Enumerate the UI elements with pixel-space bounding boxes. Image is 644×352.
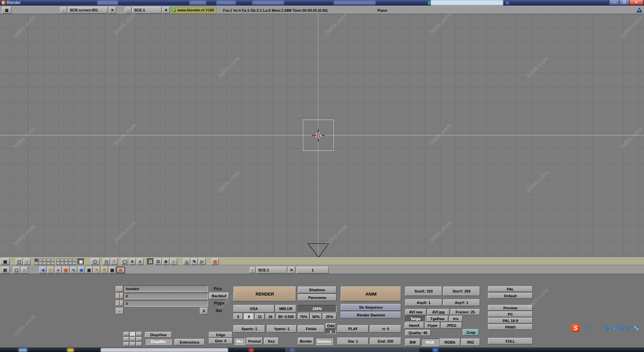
ftype-toggle-b[interactable] (120, 300, 123, 306)
scene-browse-button[interactable]: - (125, 7, 131, 13)
layer-buttons[interactable] (35, 259, 54, 265)
windows-taskbar[interactable] (0, 348, 644, 352)
material-buttons-icon[interactable]: ● (55, 267, 62, 273)
home-view-icon[interactable]: ⌂ (23, 258, 31, 265)
osa-11-button[interactable]: 11 (255, 313, 265, 320)
lamp-buttons-icon[interactable]: ☀ (47, 267, 54, 273)
texture-buttons-icon[interactable]: ▩ (62, 267, 69, 273)
sizex-field[interactable]: SizeX: 320 (405, 287, 442, 296)
ime-menu-icon[interactable] (634, 326, 638, 330)
panorama-toggle[interactable]: Panorama (298, 294, 336, 301)
default-preset-button[interactable]: Default (488, 293, 533, 299)
rgb-toggle[interactable]: RGB (421, 339, 439, 346)
crop-toggle[interactable]: Crop (463, 329, 479, 336)
key-toggle[interactable]: Key (264, 338, 279, 345)
particle-icon[interactable]: ∴ (170, 258, 177, 265)
frs-sec-field[interactable]: Frs/sec: 25 (450, 309, 480, 315)
pics-path-field[interactable]: /render/ (123, 285, 208, 292)
extensions-toggle[interactable]: Extensions (174, 339, 205, 345)
jpeg-button[interactable]: JPEG (441, 322, 462, 328)
sizey-field[interactable]: SizeY: 256 (443, 287, 480, 296)
pics-icon-button[interactable] (116, 286, 123, 292)
osa-5-button[interactable]: 5 (233, 313, 243, 320)
lock-icon[interactable]: ▣ (77, 258, 85, 265)
output-grid-buttons[interactable] (123, 332, 142, 346)
screen-delete-button[interactable]: ✕ (109, 7, 116, 13)
scene-browse-button[interactable]: - (250, 267, 256, 273)
layer-buttons[interactable] (56, 259, 76, 265)
hamx-button[interactable]: HamX (405, 322, 424, 328)
preview-preset-button[interactable]: Preview (488, 305, 533, 311)
backbuf-toggle-a[interactable] (116, 293, 119, 299)
size-75-button[interactable]: 75% (298, 313, 309, 320)
home-view-icon[interactable]: ⌂ (21, 267, 28, 273)
play-icon[interactable]: ▷ (199, 258, 206, 265)
full-preset-button[interactable]: FULL (488, 338, 533, 344)
avi-jpg-button[interactable]: AVI jpg (427, 309, 449, 315)
close-button[interactable]: ✕ (629, 0, 643, 5)
scene-delete-button[interactable]: ✕ (288, 267, 295, 273)
taskbar-icon[interactable] (249, 348, 254, 352)
gamma-toggle[interactable]: Gamma (315, 338, 333, 345)
buttons-menu-icon[interactable]: ▤ (1, 267, 10, 273)
targa-button[interactable]: Targa (405, 316, 426, 322)
screen-browse-button[interactable]: - (60, 7, 67, 13)
viewport-menu-icon[interactable]: ▦ (1, 258, 10, 265)
window-type-menu-button[interactable]: ▥ (2, 7, 11, 13)
avi-raw-button[interactable]: AVI raw (405, 309, 426, 315)
ime-punctuation-icon[interactable]: °, (591, 325, 594, 331)
rgba-toggle[interactable]: RGBA (440, 339, 460, 346)
render-preview-icon[interactable]: ▨ (212, 258, 219, 265)
edit-buttons-icon[interactable]: ▣ (86, 267, 93, 273)
sogou-logo-icon[interactable]: S (571, 324, 580, 332)
active-task-button[interactable] (101, 348, 228, 352)
ie-taskbar-icon[interactable] (67, 348, 74, 352)
rt-field[interactable]: rt: 0 (370, 325, 401, 333)
radiosity-buttons-icon[interactable]: ☢ (101, 267, 108, 273)
aspy-field[interactable]: AspY: 1 (443, 299, 480, 306)
ime-keyboard-icon[interactable] (611, 326, 616, 330)
pano-preset-button[interactable]: PANO (488, 324, 533, 330)
fields-toggle[interactable]: Fields (298, 325, 325, 333)
ime-mic-icon[interactable] (606, 326, 608, 330)
ime-language-icon[interactable]: 中 (583, 325, 588, 332)
ftype-path-field[interactable]: // (123, 300, 208, 307)
ime-skin-icon[interactable] (627, 326, 631, 330)
bw-toggle[interactable]: BW (405, 339, 420, 346)
play-button[interactable]: PLAY (337, 325, 369, 333)
minimize-button[interactable]: — (609, 0, 619, 5)
ime-emoji-icon[interactable]: ☺ (597, 325, 602, 331)
ftype-button[interactable]: Ftype (425, 322, 440, 328)
proportional-edit-icon[interactable]: △ (183, 258, 190, 265)
scene-delete-button[interactable]: ✕ (162, 7, 170, 13)
view-buttons-icon[interactable]: ◀ (39, 267, 46, 273)
edge-toggle[interactable]: Edge (209, 332, 232, 338)
premul-toggle[interactable]: Premul (247, 338, 263, 345)
pc-preset-button[interactable]: PC (488, 311, 533, 317)
pal169-preset-button[interactable]: PAL 16:9 (488, 318, 533, 323)
rotate-mode-icon[interactable]: Ω (147, 258, 154, 265)
draw-mode-icon[interactable]: ◻ (103, 258, 110, 265)
render-buttons-icon[interactable]: ▨ (116, 267, 125, 273)
taskbar-icon[interactable] (433, 348, 438, 352)
fullscreen-icon[interactable]: ▢ (13, 267, 20, 273)
iris-button[interactable]: Iris (449, 316, 463, 322)
mode-menu-icon[interactable]: ▢ (91, 258, 100, 265)
osa-toggle[interactable]: OSA (233, 305, 274, 312)
fields-x-toggle[interactable]: x (326, 329, 336, 334)
current-frame-field[interactable]: 1 (297, 267, 329, 273)
maximize-button[interactable]: ❐ (619, 0, 629, 5)
center-icon[interactable]: ⊕ (162, 258, 169, 265)
render-button[interactable]: RENDER (233, 287, 296, 301)
sta-field[interactable]: Sta: 1 (337, 338, 369, 345)
rotate-alt-icon[interactable]: Ω (155, 258, 162, 265)
size-25-button[interactable]: 25% (323, 313, 336, 320)
backbuf-button[interactable]: Backbuf (209, 293, 229, 299)
odd-toggle[interactable]: Odd (326, 323, 336, 328)
eint-field[interactable]: Eint: 0 (209, 338, 232, 344)
osa-16-button[interactable]: 16 (266, 313, 275, 320)
paint-buttons-icon[interactable]: ✎ (93, 267, 100, 273)
osa-8-button[interactable]: 8 (244, 313, 254, 320)
tgaraw-button[interactable]: TgaRaw (427, 316, 448, 322)
quality-field[interactable]: Quality: 95 (405, 330, 431, 336)
